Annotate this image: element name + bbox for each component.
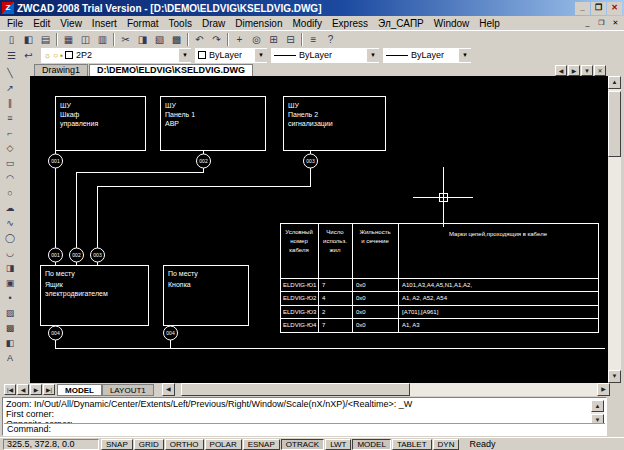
lineweight-combo[interactable]: ByLayer ▼ [383,48,471,63]
undo-icon[interactable]: ↶ [191,32,208,47]
multiline-icon[interactable]: ≡ [2,110,18,125]
menu-item-dimension[interactable]: Dimension [230,18,287,29]
properties-icon[interactable]: ≡ [305,32,322,47]
restore-button[interactable]: ❐ [591,2,606,15]
first-tab-icon[interactable]: |◀ [4,384,16,395]
scrollbar-thumb[interactable] [181,383,410,396]
make-block-icon[interactable]: ▣ [2,275,18,290]
mtext-icon[interactable]: A [2,350,18,365]
menu-item-file[interactable]: File [2,18,28,29]
print-icon[interactable]: ▦ [60,32,77,47]
drawing-canvas[interactable]: ШУ Шкаф управления ШУ Панель 1 АВР ШУ Па… [30,76,608,383]
menu-item-insert[interactable]: Insert [87,18,122,29]
mdi-minimize-button[interactable]: _ [581,18,594,29]
block2-label[interactable]: ШУ [165,102,176,109]
redo-icon[interactable]: ↷ [208,32,225,47]
revcloud-icon[interactable]: ☁ [2,200,18,215]
minimize-button[interactable]: _ [575,2,590,15]
menu-item-express[interactable]: Express [327,18,373,29]
connector-line[interactable] [77,168,204,248]
spline-icon[interactable]: ∿ [2,215,18,230]
tab-list-icon[interactable]: ▼ [581,65,593,76]
toggle-snap[interactable]: SNAP [101,439,133,450]
hatch-icon[interactable]: ▨ [2,305,18,320]
insert-block-icon[interactable]: ◨ [2,260,18,275]
menu-item-item[interactable]: Эл_САПР [373,18,429,29]
mdi-restore-button[interactable]: ❐ [595,18,608,29]
layer-previous-icon[interactable]: ↩ [20,48,37,63]
tab-close-icon[interactable]: ✕ [594,65,606,76]
tab-scroll-left-icon[interactable]: ◀ [555,65,567,76]
node-label[interactable]: 002 [72,252,81,258]
toggle-polar[interactable]: POLAR [205,439,242,450]
menu-item-tools[interactable]: Tools [164,18,197,29]
block1-label[interactable]: управления [60,120,98,128]
open-icon[interactable]: ◧ [20,32,37,47]
copy-icon[interactable]: ◨ [134,32,151,47]
menu-item-view[interactable]: View [55,18,87,29]
toggle-tablet[interactable]: TABLET [392,439,432,450]
prev-tab-icon[interactable]: ◀ [17,384,29,395]
save-icon[interactable]: ▤ [37,32,54,47]
rectangle-icon[interactable]: ▭ [2,155,18,170]
polygon-icon[interactable]: ◇ [2,140,18,155]
region-icon[interactable]: ◧ [2,335,18,350]
command-prompt[interactable]: Command: [4,423,605,434]
help-icon[interactable]: ? [322,32,339,47]
block1-label[interactable]: ШУ [60,102,71,109]
scroll-down-icon[interactable]: ▼ [608,370,621,383]
node-label[interactable]: 003 [93,252,102,258]
scroll-up-icon[interactable]: ▲ [591,400,604,412]
toggle-otrack[interactable]: OTRACK [281,439,324,450]
menu-item-window[interactable]: Window [429,18,475,29]
ellipse-icon[interactable]: ◯ [2,230,18,245]
block5-label[interactable]: По месту [168,270,198,278]
document-tab[interactable]: D:\DEMO\ELDVIG\KSELDVIG.DWG [89,64,253,76]
print-preview-icon[interactable]: ◫ [77,32,94,47]
ellipse-arc-icon[interactable]: ◡ [2,245,18,260]
tab-layout1[interactable]: LAYOUT1 [102,384,154,396]
chevron-down-icon[interactable]: ▼ [367,49,379,62]
construction-line-icon[interactable]: ∥ [2,95,18,110]
toggle-model[interactable]: MODEL [352,439,390,450]
cut-icon[interactable]: ✂ [117,32,134,47]
line-icon[interactable]: ╲ [2,65,18,80]
block3-label[interactable]: сигнализации [288,120,333,128]
document-tab[interactable]: Drawing1 [34,64,88,76]
new-icon[interactable]: ▯ [3,32,20,47]
menu-item-draw[interactable]: Draw [197,18,230,29]
node-label[interactable]: 001 [51,158,60,164]
canvas-horizontal-scrollbar[interactable] [181,383,597,396]
mdi-close-button[interactable]: ✕ [609,18,622,29]
linetype-combo[interactable]: ByLayer ▼ [271,48,379,63]
scroll-right-icon[interactable]: ▶ [597,383,610,396]
toggle-lwt[interactable]: LWT [325,439,351,450]
paste-icon[interactable]: ▧ [151,32,168,47]
polyline-icon[interactable]: ⌐ [2,125,18,140]
block1-label[interactable]: Шкаф [60,111,80,119]
menu-item-help[interactable]: Help [474,18,505,29]
pan-icon[interactable]: + [231,32,248,47]
node-label[interactable]: 002 [199,158,208,164]
zoom-realtime-icon[interactable]: ◎ [248,32,265,47]
toggle-grid[interactable]: GRID [134,439,164,450]
toggle-esnap[interactable]: ESNAP [243,439,280,450]
block4-label[interactable]: Ящик [45,281,64,289]
arc-icon[interactable]: ◠ [2,170,18,185]
next-tab-icon[interactable]: ▶ [30,384,42,395]
scrollbar-thumb[interactable] [608,91,621,157]
point-icon[interactable]: • [2,290,18,305]
gradient-icon[interactable]: ▩ [2,320,18,335]
connector-line[interactable] [56,340,606,349]
block4-label[interactable]: электродвигателем [45,290,108,298]
toggle-ortho[interactable]: ORTHO [165,439,204,450]
block3-label[interactable]: ШУ [288,102,299,109]
close-button[interactable]: ✕ [607,2,622,15]
menu-item-edit[interactable]: Edit [28,18,55,29]
match-properties-icon[interactable]: ▩ [168,32,185,47]
menu-item-modify[interactable]: Modify [288,18,327,29]
toggle-dyn[interactable]: DYN [433,439,460,450]
scroll-up-icon[interactable]: ▲ [608,76,621,89]
chevron-down-icon[interactable]: ▼ [459,49,471,62]
block2-label[interactable]: Панель 1 [165,111,195,118]
